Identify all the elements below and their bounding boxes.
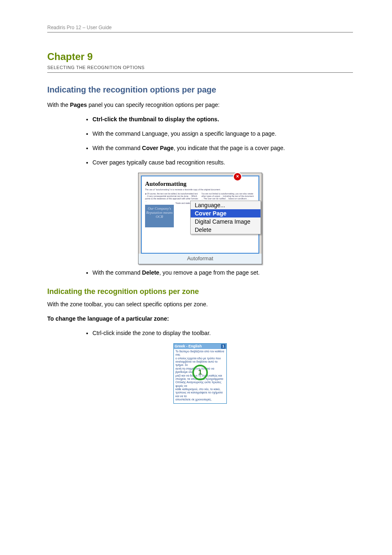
page: Readiris Pro 12 – User Guide Chapter 9 S… [0, 0, 392, 428]
menu-item-delete[interactable]: Delete [191, 226, 261, 234]
list-item: Cover pages typically cause bad recognit… [92, 158, 353, 167]
paragraph: To change the language of a particular z… [47, 314, 353, 323]
subsection-heading: Indicating the recognition options per z… [47, 287, 353, 296]
list-item: With the command Language, you assign a … [92, 130, 353, 138]
thumbnail-label: Autoformat [138, 254, 262, 264]
menu-item-digital-camera[interactable]: Digital Camera Image [191, 217, 261, 226]
zone-language-label: Greek - English [175, 344, 202, 349]
menu-item-cover-page[interactable]: Cover Page [191, 209, 261, 217]
zone-number-badge: 1 [221, 344, 226, 349]
paragraph: With the zone toolbar, you can select sp… [47, 300, 353, 309]
bullet-list: Ctrl-click inside the zone to display th… [47, 329, 353, 338]
close-icon[interactable]: × [233, 172, 242, 181]
mock-graphic: Our Company's Reputation means OCR [145, 205, 174, 227]
bullet-list: Ctrl-click the thumbnail to display the … [47, 115, 353, 167]
list-item: Ctrl-click inside the zone to display th… [92, 329, 353, 338]
mock-title: Autoformatting [145, 180, 255, 187]
paragraph: With the Pages panel you can specify rec… [47, 101, 353, 109]
page-header: Readiris Pro 12 – User Guide [47, 25, 353, 32]
menu-item-language[interactable]: Language... [191, 201, 261, 209]
list-item: Ctrl-click the thumbnail to display the … [92, 115, 353, 124]
list-item: With the command Cover Page, you indicat… [92, 144, 353, 153]
section-heading-1: Indicating the recognition options per p… [47, 85, 353, 95]
screenshot-context-menu: × Autoformatting The use of "autoformatt… [138, 173, 262, 264]
header-left: Readiris Pro 12 – User Guide [47, 25, 112, 30]
chapter-title: Chapter 9 [47, 51, 353, 62]
bullet-list: With the command Delete, you remove a pa… [47, 268, 353, 277]
zone-toolbar[interactable]: Greek - English 1 [174, 344, 226, 349]
context-menu: Language... Cover Page Digital Camera Im… [190, 201, 261, 234]
screenshot-zone-toolbar: Greek - English 1 Το δεύτερο διαβάζεται … [173, 343, 227, 404]
chapter-subtitle: SELECTING THE RECOGNITION OPTIONS [47, 65, 353, 73]
recycle-icon[interactable]: 1 [192, 365, 208, 380]
list-item: With the command Delete, you remove a pa… [92, 268, 353, 277]
thumbnail-page[interactable]: × Autoformatting The use of "autoformatt… [141, 176, 259, 254]
